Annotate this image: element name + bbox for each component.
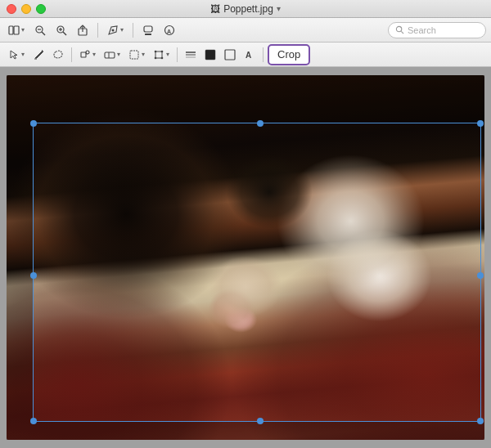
select-icon xyxy=(128,49,140,60)
shape-tool-button[interactable]: ▾ xyxy=(76,46,99,64)
border-style-icon xyxy=(224,49,236,60)
pen-chevron-icon: ▾ xyxy=(120,26,124,34)
select-chevron-icon: ▾ xyxy=(142,51,145,58)
crop-handle-bottom-left[interactable] xyxy=(30,418,37,424)
file-icon: 🖼 xyxy=(210,3,220,15)
pointer-tool-button[interactable]: ▾ xyxy=(5,46,28,64)
chevron-down-icon: ▾ xyxy=(21,26,25,34)
toolbar-2: ▾ ▾ ▾ ▾ xyxy=(0,43,491,67)
svg-rect-1 xyxy=(14,26,19,34)
transform-icon xyxy=(153,49,164,60)
toolbar2-sep1 xyxy=(71,47,72,62)
toolbar-1: ▾ ▾ xyxy=(0,18,491,43)
shape-chevron-icon: ▾ xyxy=(92,51,96,58)
markup-icon: A xyxy=(164,25,175,36)
color-fill-button[interactable] xyxy=(201,46,219,64)
title-bar: 🖼 Poppett.jpg ▾ xyxy=(0,0,491,18)
crop-dim-left xyxy=(7,123,33,422)
pointer-chevron-icon: ▾ xyxy=(21,51,25,58)
toolbar-separator xyxy=(97,23,98,38)
canvas-area xyxy=(0,67,491,448)
svg-rect-24 xyxy=(130,51,138,59)
window-title: 🖼 Poppett.jpg ▾ xyxy=(210,3,281,15)
svg-line-4 xyxy=(42,32,45,35)
maximize-button[interactable] xyxy=(36,4,46,14)
sidebar-toggle-button[interactable]: ▾ xyxy=(5,21,28,39)
line-style-button[interactable] xyxy=(182,46,200,64)
svg-point-27 xyxy=(161,50,164,52)
svg-rect-34 xyxy=(225,50,235,60)
svg-point-19 xyxy=(56,51,57,52)
share-icon xyxy=(77,25,88,36)
svg-rect-13 xyxy=(145,34,151,35)
crop-handle-middle-left[interactable] xyxy=(30,272,37,279)
crop-label: Crop xyxy=(277,48,300,60)
search-icon xyxy=(395,25,404,34)
crop-handle-bottom-middle[interactable] xyxy=(257,418,264,424)
crop-button[interactable]: Crop xyxy=(268,44,310,65)
eraser-button[interactable]: ▾ xyxy=(101,46,124,64)
shape-icon xyxy=(79,49,91,60)
color-fill-icon xyxy=(205,49,216,60)
svg-point-21 xyxy=(86,51,89,54)
pen-2-icon xyxy=(33,49,44,60)
svg-point-29 xyxy=(161,56,164,59)
crop-handle-top-left[interactable] xyxy=(30,120,37,127)
svg-point-28 xyxy=(155,56,157,59)
crop-handle-bottom-right[interactable] xyxy=(477,418,484,424)
svg-point-26 xyxy=(155,50,157,52)
search-box[interactable]: Search xyxy=(388,22,486,38)
stamp-button[interactable] xyxy=(139,21,157,39)
zoom-in-button[interactable] xyxy=(52,21,70,39)
stamp-icon xyxy=(142,25,154,36)
lasso-button[interactable] xyxy=(49,46,67,64)
pen-tool-2-button[interactable] xyxy=(29,46,47,64)
svg-rect-22 xyxy=(105,52,115,58)
svg-rect-33 xyxy=(205,50,215,60)
pointer-icon xyxy=(8,49,20,60)
select-button[interactable]: ▾ xyxy=(125,46,148,64)
svg-rect-12 xyxy=(144,26,152,32)
svg-rect-25 xyxy=(155,52,162,58)
lasso-icon xyxy=(52,49,64,60)
toolbar2-sep2 xyxy=(177,47,178,62)
crop-handle-top-middle[interactable] xyxy=(257,120,264,127)
zoom-out-button[interactable] xyxy=(31,21,49,39)
eraser-icon xyxy=(104,49,115,60)
share-button[interactable] xyxy=(74,21,92,39)
pen-tool-button[interactable]: ▾ xyxy=(104,21,127,39)
transform-button[interactable]: ▾ xyxy=(150,46,173,64)
zoom-out-icon xyxy=(34,25,46,36)
transform-chevron-icon: ▾ xyxy=(166,51,169,58)
close-button[interactable] xyxy=(7,4,16,14)
markup-button[interactable]: A xyxy=(160,21,178,39)
eraser-chevron-icon: ▾ xyxy=(117,51,120,58)
svg-rect-20 xyxy=(81,52,86,57)
border-style-button[interactable] xyxy=(221,46,239,64)
svg-point-16 xyxy=(396,26,401,31)
zoom-in-icon xyxy=(56,25,67,36)
crop-dim-top xyxy=(7,75,484,123)
crop-dim-bottom xyxy=(7,422,484,440)
pen-icon xyxy=(107,25,119,36)
svg-line-17 xyxy=(401,31,403,34)
svg-text:A: A xyxy=(246,51,251,60)
toolbar-separator-2 xyxy=(133,23,133,38)
sidebar-icon xyxy=(8,25,20,36)
text-tool-icon: A xyxy=(244,49,255,60)
crop-handle-top-right[interactable] xyxy=(477,120,484,127)
svg-line-8 xyxy=(63,32,66,35)
traffic-lights xyxy=(7,4,46,14)
svg-point-11 xyxy=(112,29,115,31)
search-placeholder: Search xyxy=(408,25,436,35)
svg-text:A: A xyxy=(167,28,171,34)
svg-rect-0 xyxy=(9,26,13,34)
text-tool-button[interactable]: A xyxy=(241,46,259,64)
line-style-icon xyxy=(185,49,196,60)
toolbar2-sep3 xyxy=(263,47,264,62)
minimize-button[interactable] xyxy=(21,4,31,14)
crop-handle-middle-right[interactable] xyxy=(477,272,484,279)
cat-image xyxy=(7,75,484,440)
